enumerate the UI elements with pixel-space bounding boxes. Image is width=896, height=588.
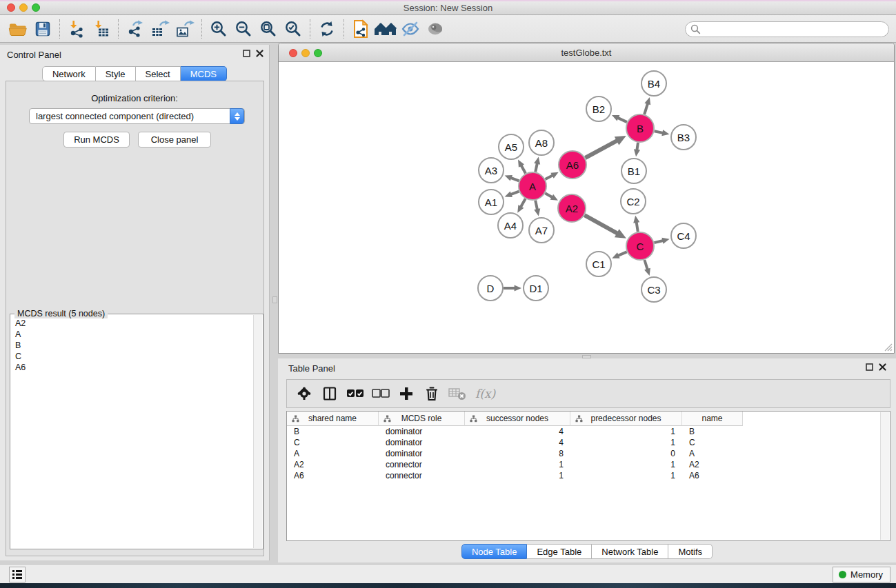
table-row[interactable]: A2connector11A2	[287, 459, 890, 470]
result-item-b[interactable]: B	[11, 340, 252, 351]
table-cell[interactable]: connector	[379, 459, 465, 470]
table-cell[interactable]: C	[287, 437, 379, 448]
graph-edge-C-C4[interactable]	[654, 241, 663, 243]
table-cell[interactable]: C	[682, 437, 743, 448]
tab-edge-table[interactable]: Edge Table	[527, 544, 592, 559]
show-graphics-details-icon[interactable]	[423, 17, 448, 41]
table-cell[interactable]: dominator	[379, 437, 465, 448]
table-cell[interactable]: 4	[465, 437, 570, 448]
memory-button[interactable]: Memory	[833, 567, 890, 582]
tab-motifs[interactable]: Motifs	[668, 544, 713, 559]
run-mcds-button[interactable]: Run MCDS	[63, 132, 130, 148]
zoom-out-icon[interactable]	[231, 17, 256, 41]
add-column-icon[interactable]	[396, 383, 417, 404]
graph-edge-A-A4[interactable]	[521, 199, 526, 207]
select-all-icon[interactable]	[345, 383, 366, 404]
table-cell[interactable]: 1	[570, 426, 682, 437]
vertical-divider-handle[interactable]	[272, 296, 277, 303]
graph-edge-A-A1[interactable]	[510, 192, 519, 195]
result-item-c[interactable]: C	[11, 351, 252, 362]
destroy-table-icon[interactable]	[447, 383, 468, 404]
table-row[interactable]: A6connector11A6	[287, 470, 890, 481]
table-cell[interactable]: A6	[287, 470, 379, 481]
table-cell[interactable]: A	[682, 448, 743, 459]
table-cell[interactable]: A2	[287, 459, 379, 470]
deselect-all-icon[interactable]	[370, 383, 391, 404]
table-cell[interactable]: A6	[682, 470, 743, 481]
network-window-titlebar[interactable]: testGlobe.txt	[279, 43, 894, 62]
graph-edge-A-A5[interactable]	[521, 165, 526, 174]
graph-edge-B-B2[interactable]	[618, 118, 627, 122]
home-icon[interactable]	[373, 17, 398, 41]
graph-edge-A2-C[interactable]	[584, 215, 617, 234]
table-cell[interactable]: 4	[465, 426, 570, 437]
table-cell[interactable]: dominator	[379, 426, 465, 437]
table-scrollbar[interactable]	[880, 412, 889, 540]
graph-edge-C-C3[interactable]	[644, 260, 647, 270]
tab-network-table[interactable]: Network Table	[592, 544, 668, 559]
result-item-a2[interactable]: A2	[11, 318, 252, 329]
result-item-a[interactable]: A	[11, 329, 252, 340]
column-header-shared-name[interactable]: shared name	[287, 412, 379, 426]
refresh-icon[interactable]	[315, 17, 339, 41]
graph-edge-A6-B[interactable]	[585, 141, 617, 158]
zoom-fit-icon[interactable]	[256, 17, 281, 41]
table-cell[interactable]: A2	[682, 459, 743, 470]
tab-network[interactable]: Network	[42, 66, 96, 81]
save-session-icon[interactable]	[30, 17, 55, 41]
table-cell[interactable]: 1	[570, 459, 682, 470]
column-header-name[interactable]: name	[682, 412, 743, 426]
graph-edge-B-B3[interactable]	[655, 131, 664, 133]
hide-graphics-details-icon[interactable]	[398, 17, 423, 41]
mcds-result-list[interactable]: A2ABCA6	[11, 318, 252, 547]
show-columns-icon[interactable]	[319, 383, 340, 404]
float-panel-icon[interactable]	[243, 50, 250, 57]
function-builder-icon[interactable]: f(x)	[472, 387, 495, 401]
import-network-icon[interactable]	[64, 17, 89, 41]
close-table-panel-icon[interactable]	[879, 363, 886, 371]
zoom-selected-icon[interactable]	[281, 17, 306, 41]
result-scrollbar[interactable]	[253, 315, 262, 548]
network-canvas[interactable]: AA1A2A3A4A5A6A7A8BB1B2B3B4CC1C2C3C4DD1	[279, 62, 894, 353]
result-item-a6[interactable]: A6	[11, 362, 252, 373]
graph-edge-A-A7[interactable]	[535, 201, 537, 210]
criterion-dropdown[interactable]: largest connected component (directed)	[29, 108, 245, 124]
column-header-successor-nodes[interactable]: successor nodes	[465, 412, 570, 426]
graph-edge-C-C2[interactable]	[637, 222, 638, 232]
delete-column-icon[interactable]	[421, 383, 442, 404]
table-cell[interactable]: 8	[465, 448, 570, 459]
table-row[interactable]: Bdominator41B	[287, 426, 890, 437]
table-cell[interactable]: dominator	[379, 448, 465, 459]
import-table-icon[interactable]	[89, 17, 114, 41]
close-panel-button[interactable]: Close panel	[138, 132, 211, 148]
network-document-icon[interactable]	[348, 17, 373, 41]
close-panel-icon[interactable]	[256, 50, 263, 57]
tab-style[interactable]: Style	[96, 66, 136, 81]
graph-edge-A-A8[interactable]	[535, 163, 537, 172]
column-header-MCDS-role[interactable]: MCDS role	[379, 412, 465, 426]
search-field[interactable]	[685, 21, 889, 37]
graph-edge-A-A3[interactable]	[510, 178, 519, 181]
graph-edge-A-A6[interactable]	[546, 175, 553, 179]
graph-edge-B-B1[interactable]	[637, 143, 638, 150]
graph-edge-A-A2[interactable]	[545, 193, 552, 197]
column-header-predecessor-nodes[interactable]: predecessor nodes	[570, 412, 682, 426]
task-history-button[interactable]	[9, 567, 26, 582]
table-cell[interactable]: 1	[570, 470, 682, 481]
table-cell[interactable]: 1	[570, 437, 682, 448]
table-cell[interactable]: B	[287, 426, 379, 437]
table-cell[interactable]: 1	[465, 459, 570, 470]
export-table-icon[interactable]	[148, 17, 172, 41]
zoom-in-icon[interactable]	[206, 17, 231, 41]
table-cell[interactable]: B	[682, 426, 743, 437]
table-cell[interactable]: 0	[570, 448, 682, 459]
tab-mcds[interactable]: MCDS	[181, 66, 227, 81]
tab-select[interactable]: Select	[136, 66, 181, 81]
table-row[interactable]: Adominator80A	[287, 448, 890, 459]
graph-edge-B-B4[interactable]	[644, 103, 648, 114]
table-settings-icon[interactable]	[294, 383, 315, 404]
float-table-panel-icon[interactable]	[866, 363, 873, 371]
table-cell[interactable]: 1	[465, 470, 570, 481]
table-cell[interactable]: A	[287, 448, 379, 459]
table-cell[interactable]: connector	[379, 470, 465, 481]
